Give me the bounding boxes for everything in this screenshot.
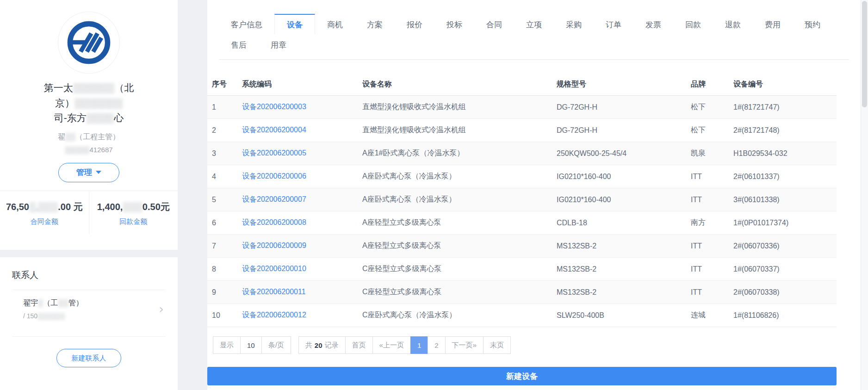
text-fragment: 1,400,	[97, 202, 123, 212]
cell-device-number: 1#(81106826)	[733, 311, 837, 320]
cell-system-code: 设备202006200009	[242, 241, 362, 251]
page-button-1[interactable]: 1	[410, 336, 428, 354]
contact-list: 翟宇▒（工▒▒管）/ 150▒▒▒▒▒▒›	[12, 290, 166, 328]
system-code-link[interactable]: 设备202006200010	[242, 265, 306, 272]
cell-brand: ITT	[691, 265, 733, 273]
cell-index: 9	[212, 288, 242, 297]
manage-button[interactable]: 管理	[58, 163, 119, 182]
tab-方案[interactable]: 方案	[355, 14, 395, 34]
prev-page-button[interactable]: «上一页	[372, 336, 411, 354]
cell-spec-model: IG0210*160-400	[557, 173, 691, 181]
contract-amount-metric: 76,50▒,▒▒▒.00 元 合同金额	[0, 191, 89, 234]
chevron-down-icon	[96, 171, 101, 174]
cell-index: 3	[212, 149, 242, 158]
system-code-link[interactable]: 设备202006200011	[242, 288, 306, 296]
tab-投标[interactable]: 投标	[434, 14, 474, 34]
text-fragment: 京）	[55, 98, 74, 108]
cell-index: 7	[212, 242, 242, 250]
tab-用章[interactable]: 用章	[259, 34, 298, 55]
chevron-right-icon: ›	[159, 303, 164, 315]
redacted-text: ▒▒▒▒▒	[65, 146, 89, 154]
redacted-text: ▒,▒▒▒	[29, 202, 58, 212]
vertical-scrollbar[interactable]	[861, 0, 868, 390]
system-code-link[interactable]: 设备202006200007	[242, 195, 306, 203]
tab-报价[interactable]: 报价	[395, 14, 434, 34]
system-code-link[interactable]: 设备202006200009	[242, 241, 306, 249]
page-button-2[interactable]: 2	[428, 336, 445, 354]
cell-spec-model: DG-72GH-H	[557, 126, 691, 135]
cell-device-name: A座轻型立式多级离心泵	[362, 241, 557, 251]
cell-system-code: 设备202006200010	[242, 264, 362, 274]
text-fragment: （工	[43, 299, 58, 307]
system-code-link[interactable]: 设备202006200005	[242, 149, 306, 157]
last-page-button[interactable]: 末页	[483, 336, 511, 354]
table-row: 6设备202006200008A座轻型立式多级离心泵CDLB-18南方1#(0P…	[207, 211, 837, 235]
next-page-button[interactable]: 下一页»	[445, 336, 484, 354]
table-row: 9设备202006200011C座轻型立式多级离心泵MS132SB-2ITT2#…	[207, 281, 837, 304]
table-row: 2设备202006200004直燃型溴化锂吸收式冷温水机组DG-72GH-H松下…	[207, 119, 837, 142]
system-code-link[interactable]: 设备202006200008	[242, 218, 306, 226]
cell-system-code: 设备202006200007	[242, 195, 362, 204]
text-fragment: 76,50	[6, 202, 29, 212]
new-device-button[interactable]: 新建设备	[207, 367, 837, 385]
cell-device-name: A座轻型立式多级离心泵	[362, 218, 557, 228]
cell-brand: 松下	[691, 102, 733, 112]
cell-index: 2	[212, 126, 242, 135]
contact-list-item[interactable]: 翟宇▒（工▒▒管）/ 150▒▒▒▒▒▒›	[12, 290, 166, 328]
cell-device-number: 1#(81721747)	[733, 103, 837, 111]
text-fragment: 翟宇	[23, 299, 38, 307]
cell-index: 4	[212, 173, 242, 181]
cell-device-number: 1#(0P01017374)	[733, 219, 837, 227]
scrollbar-thumb[interactable]	[862, 1, 867, 107]
cell-spec-model: MS132SB-2	[557, 288, 691, 297]
cell-device-name: 直燃型溴化锂吸收式冷温水机组	[362, 102, 557, 112]
cell-device-number: 2#(81721748)	[733, 126, 837, 135]
payment-amount-metric: 1,400,▒▒▒0.50元 回款金额	[89, 191, 178, 234]
tab-商机[interactable]: 商机	[315, 14, 355, 34]
contact-phone: / 150▒▒▒▒▒▒	[23, 312, 152, 320]
tab-发票[interactable]: 发票	[633, 14, 673, 34]
text-fragment: 0.50元	[143, 202, 170, 212]
tab-退款[interactable]: 退款	[713, 14, 753, 34]
system-code-link[interactable]: 设备202006200003	[242, 103, 306, 111]
new-contact-button[interactable]: 新建联系人	[56, 349, 121, 367]
divider	[12, 336, 166, 337]
text-fragment: 管）	[68, 299, 83, 307]
tab-客户信息[interactable]: 客户信息	[219, 14, 274, 34]
primary-contact: 翟▒▒（工程主管）	[0, 132, 178, 142]
tab-立项[interactable]: 立项	[514, 14, 554, 34]
contacts-card: 联系人 翟宇▒（工▒▒管）/ 150▒▒▒▒▒▒› 新建联系人	[0, 257, 178, 390]
redacted-text: ▒▒▒▒▒▒	[73, 82, 114, 93]
col-device-name: 设备名称	[362, 80, 557, 89]
first-page-button[interactable]: 首页	[345, 336, 373, 354]
system-code-link[interactable]: 设备202006200012	[242, 311, 306, 319]
text-fragment: .00 元	[58, 202, 82, 212]
system-code-link[interactable]: 设备202006200004	[242, 126, 306, 134]
table-body: 1设备202006200003直燃型溴化锂吸收式冷温水机组DG-72GH-H松下…	[207, 96, 861, 327]
total-suffix: 记录	[325, 341, 339, 350]
cell-index: 5	[212, 196, 242, 204]
tab-合同[interactable]: 合同	[474, 14, 514, 34]
col-device-number: 设备编号	[733, 80, 837, 89]
redacted-text: ▒▒▒▒	[87, 112, 114, 123]
system-code-link[interactable]: 设备202006200006	[242, 172, 306, 180]
tab-订单[interactable]: 订单	[594, 14, 633, 34]
cell-brand: 松下	[691, 125, 733, 135]
tab-采购[interactable]: 采购	[554, 14, 594, 34]
table-row: 8设备202006200010C座轻型立式多级离心泵MS132SB-2ITT1#…	[207, 258, 837, 281]
tab-回款[interactable]: 回款	[673, 14, 713, 34]
tab-预约[interactable]: 预约	[793, 14, 832, 34]
page-size-input[interactable]: 10	[240, 336, 262, 354]
total-count: 20	[315, 341, 322, 349]
cell-spec-model: DG-72GH-H	[557, 103, 691, 111]
tab-费用[interactable]: 费用	[753, 14, 793, 34]
tab-售后[interactable]: 售后	[219, 34, 259, 55]
contract-amount-link[interactable]: 合同金额	[4, 217, 85, 226]
payment-amount-value: 1,400,▒▒▒0.50元	[93, 200, 174, 214]
cell-system-code: 设备202006200008	[242, 218, 362, 228]
cell-device-name: 直燃型溴化锂吸收式冷温水机组	[362, 125, 557, 135]
tab-设备[interactable]: 设备	[274, 14, 315, 34]
company-logo-icon	[65, 19, 113, 67]
customer-name: 第一太▒▒▒▒▒▒（北京）▒▒▒▒▒▒▒司-东方▒▒▒▒心	[0, 80, 178, 126]
payment-amount-link[interactable]: 回款金额	[93, 217, 174, 226]
